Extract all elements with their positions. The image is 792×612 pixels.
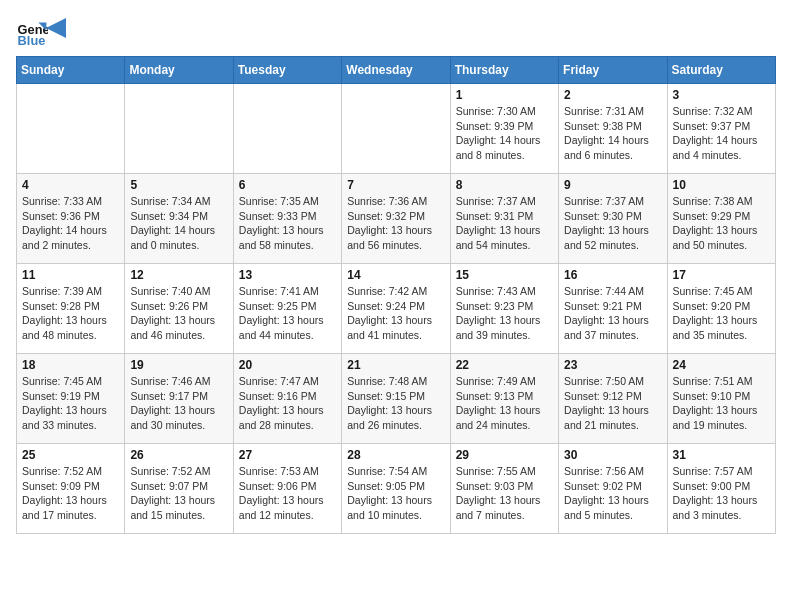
- day-info: Sunrise: 7:53 AMSunset: 9:06 PMDaylight:…: [239, 464, 336, 523]
- weekday-header-saturday: Saturday: [667, 57, 775, 84]
- day-number: 4: [22, 178, 119, 192]
- day-info: Sunrise: 7:37 AMSunset: 9:31 PMDaylight:…: [456, 194, 553, 253]
- day-info: Sunrise: 7:51 AMSunset: 9:10 PMDaylight:…: [673, 374, 770, 433]
- weekday-header-sunday: Sunday: [17, 57, 125, 84]
- day-info: Sunrise: 7:46 AMSunset: 9:17 PMDaylight:…: [130, 374, 227, 433]
- day-number: 15: [456, 268, 553, 282]
- weekday-header-wednesday: Wednesday: [342, 57, 450, 84]
- calendar-cell: 15Sunrise: 7:43 AMSunset: 9:23 PMDayligh…: [450, 264, 558, 354]
- day-number: 13: [239, 268, 336, 282]
- logo-icon: General Blue: [16, 16, 48, 48]
- day-number: 10: [673, 178, 770, 192]
- calendar-cell: [233, 84, 341, 174]
- day-number: 22: [456, 358, 553, 372]
- day-number: 3: [673, 88, 770, 102]
- calendar-cell: 8Sunrise: 7:37 AMSunset: 9:31 PMDaylight…: [450, 174, 558, 264]
- svg-text:Blue: Blue: [18, 33, 46, 48]
- day-number: 6: [239, 178, 336, 192]
- day-info: Sunrise: 7:57 AMSunset: 9:00 PMDaylight:…: [673, 464, 770, 523]
- calendar-cell: 18Sunrise: 7:45 AMSunset: 9:19 PMDayligh…: [17, 354, 125, 444]
- calendar-cell: 17Sunrise: 7:45 AMSunset: 9:20 PMDayligh…: [667, 264, 775, 354]
- day-number: 1: [456, 88, 553, 102]
- calendar-cell: 30Sunrise: 7:56 AMSunset: 9:02 PMDayligh…: [559, 444, 667, 534]
- day-number: 27: [239, 448, 336, 462]
- day-number: 29: [456, 448, 553, 462]
- day-info: Sunrise: 7:49 AMSunset: 9:13 PMDaylight:…: [456, 374, 553, 433]
- weekday-header-monday: Monday: [125, 57, 233, 84]
- day-info: Sunrise: 7:43 AMSunset: 9:23 PMDaylight:…: [456, 284, 553, 343]
- calendar-cell: 4Sunrise: 7:33 AMSunset: 9:36 PMDaylight…: [17, 174, 125, 264]
- day-info: Sunrise: 7:54 AMSunset: 9:05 PMDaylight:…: [347, 464, 444, 523]
- day-number: 14: [347, 268, 444, 282]
- day-info: Sunrise: 7:56 AMSunset: 9:02 PMDaylight:…: [564, 464, 661, 523]
- calendar-cell: 22Sunrise: 7:49 AMSunset: 9:13 PMDayligh…: [450, 354, 558, 444]
- calendar-cell: 21Sunrise: 7:48 AMSunset: 9:15 PMDayligh…: [342, 354, 450, 444]
- svg-marker-3: [46, 18, 66, 38]
- day-number: 8: [456, 178, 553, 192]
- day-number: 9: [564, 178, 661, 192]
- day-number: 21: [347, 358, 444, 372]
- calendar-cell: 20Sunrise: 7:47 AMSunset: 9:16 PMDayligh…: [233, 354, 341, 444]
- calendar-week-2: 4Sunrise: 7:33 AMSunset: 9:36 PMDaylight…: [17, 174, 776, 264]
- day-info: Sunrise: 7:33 AMSunset: 9:36 PMDaylight:…: [22, 194, 119, 253]
- calendar-cell: 9Sunrise: 7:37 AMSunset: 9:30 PMDaylight…: [559, 174, 667, 264]
- calendar-cell: 1Sunrise: 7:30 AMSunset: 9:39 PMDaylight…: [450, 84, 558, 174]
- day-info: Sunrise: 7:31 AMSunset: 9:38 PMDaylight:…: [564, 104, 661, 163]
- calendar-cell: 28Sunrise: 7:54 AMSunset: 9:05 PMDayligh…: [342, 444, 450, 534]
- weekday-header-thursday: Thursday: [450, 57, 558, 84]
- day-number: 24: [673, 358, 770, 372]
- logo-arrow-icon: [46, 18, 66, 38]
- calendar-cell: 10Sunrise: 7:38 AMSunset: 9:29 PMDayligh…: [667, 174, 775, 264]
- calendar-cell: 14Sunrise: 7:42 AMSunset: 9:24 PMDayligh…: [342, 264, 450, 354]
- day-info: Sunrise: 7:35 AMSunset: 9:33 PMDaylight:…: [239, 194, 336, 253]
- calendar-cell: 23Sunrise: 7:50 AMSunset: 9:12 PMDayligh…: [559, 354, 667, 444]
- calendar-cell: 5Sunrise: 7:34 AMSunset: 9:34 PMDaylight…: [125, 174, 233, 264]
- day-number: 11: [22, 268, 119, 282]
- day-info: Sunrise: 7:52 AMSunset: 9:07 PMDaylight:…: [130, 464, 227, 523]
- day-number: 18: [22, 358, 119, 372]
- calendar-cell: 27Sunrise: 7:53 AMSunset: 9:06 PMDayligh…: [233, 444, 341, 534]
- calendar-cell: 2Sunrise: 7:31 AMSunset: 9:38 PMDaylight…: [559, 84, 667, 174]
- day-info: Sunrise: 7:30 AMSunset: 9:39 PMDaylight:…: [456, 104, 553, 163]
- weekday-header-row: SundayMondayTuesdayWednesdayThursdayFrid…: [17, 57, 776, 84]
- day-info: Sunrise: 7:38 AMSunset: 9:29 PMDaylight:…: [673, 194, 770, 253]
- calendar-cell: 16Sunrise: 7:44 AMSunset: 9:21 PMDayligh…: [559, 264, 667, 354]
- day-info: Sunrise: 7:47 AMSunset: 9:16 PMDaylight:…: [239, 374, 336, 433]
- calendar-cell: [17, 84, 125, 174]
- calendar-week-1: 1Sunrise: 7:30 AMSunset: 9:39 PMDaylight…: [17, 84, 776, 174]
- logo: General Blue: [16, 16, 66, 48]
- calendar-cell: 6Sunrise: 7:35 AMSunset: 9:33 PMDaylight…: [233, 174, 341, 264]
- calendar-cell: 24Sunrise: 7:51 AMSunset: 9:10 PMDayligh…: [667, 354, 775, 444]
- day-number: 26: [130, 448, 227, 462]
- day-number: 5: [130, 178, 227, 192]
- weekday-header-tuesday: Tuesday: [233, 57, 341, 84]
- day-info: Sunrise: 7:34 AMSunset: 9:34 PMDaylight:…: [130, 194, 227, 253]
- day-number: 31: [673, 448, 770, 462]
- day-number: 12: [130, 268, 227, 282]
- calendar-cell: 19Sunrise: 7:46 AMSunset: 9:17 PMDayligh…: [125, 354, 233, 444]
- day-info: Sunrise: 7:52 AMSunset: 9:09 PMDaylight:…: [22, 464, 119, 523]
- day-number: 19: [130, 358, 227, 372]
- day-info: Sunrise: 7:48 AMSunset: 9:15 PMDaylight:…: [347, 374, 444, 433]
- day-info: Sunrise: 7:55 AMSunset: 9:03 PMDaylight:…: [456, 464, 553, 523]
- calendar-cell: 26Sunrise: 7:52 AMSunset: 9:07 PMDayligh…: [125, 444, 233, 534]
- weekday-header-friday: Friday: [559, 57, 667, 84]
- day-number: 20: [239, 358, 336, 372]
- day-info: Sunrise: 7:45 AMSunset: 9:19 PMDaylight:…: [22, 374, 119, 433]
- day-info: Sunrise: 7:45 AMSunset: 9:20 PMDaylight:…: [673, 284, 770, 343]
- day-info: Sunrise: 7:40 AMSunset: 9:26 PMDaylight:…: [130, 284, 227, 343]
- day-number: 17: [673, 268, 770, 282]
- day-info: Sunrise: 7:39 AMSunset: 9:28 PMDaylight:…: [22, 284, 119, 343]
- day-info: Sunrise: 7:41 AMSunset: 9:25 PMDaylight:…: [239, 284, 336, 343]
- day-info: Sunrise: 7:42 AMSunset: 9:24 PMDaylight:…: [347, 284, 444, 343]
- day-info: Sunrise: 7:36 AMSunset: 9:32 PMDaylight:…: [347, 194, 444, 253]
- calendar-cell: [125, 84, 233, 174]
- page-header: General Blue: [16, 16, 776, 48]
- day-info: Sunrise: 7:32 AMSunset: 9:37 PMDaylight:…: [673, 104, 770, 163]
- day-number: 2: [564, 88, 661, 102]
- day-number: 25: [22, 448, 119, 462]
- day-number: 28: [347, 448, 444, 462]
- calendar-cell: 11Sunrise: 7:39 AMSunset: 9:28 PMDayligh…: [17, 264, 125, 354]
- calendar-cell: 12Sunrise: 7:40 AMSunset: 9:26 PMDayligh…: [125, 264, 233, 354]
- calendar-cell: 3Sunrise: 7:32 AMSunset: 9:37 PMDaylight…: [667, 84, 775, 174]
